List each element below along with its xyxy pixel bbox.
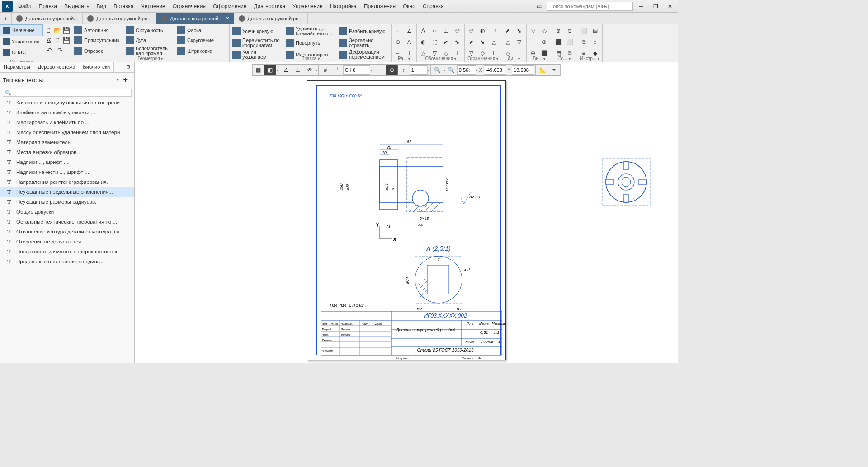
doc-tab-2[interactable]: Деталь с внутренней...✕ bbox=[156, 13, 234, 24]
text-template-item[interactable]: Поверхность зачистить с шероховатостью bbox=[0, 247, 134, 257]
toolbar-icon-2-4[interactable]: ⬊ bbox=[477, 37, 488, 47]
toolbar-icon-0-2[interactable]: ⊙ bbox=[392, 37, 403, 47]
toolbar-icon-1-6[interactable]: ⬈ bbox=[440, 37, 451, 47]
grid-tool-icon[interactable]: # bbox=[320, 65, 331, 75]
cmd-скругление[interactable]: Скругление bbox=[175, 35, 226, 45]
new-tab-button[interactable]: + bbox=[0, 13, 12, 24]
toolbar-icon-6-2[interactable]: ⧉ bbox=[578, 37, 589, 47]
toolbar-icon-6-1[interactable]: ▤ bbox=[590, 25, 600, 36]
eye-tool-icon[interactable]: 👁 bbox=[304, 65, 316, 75]
text-template-item[interactable]: Отслоение не допускается. bbox=[0, 237, 134, 247]
cmd-прямоугольник[interactable]: Прямоугольник bbox=[72, 35, 123, 45]
toolbar-icon-3-1[interactable]: ⬊ bbox=[514, 25, 524, 36]
x-coord-input[interactable] bbox=[484, 65, 506, 75]
zoom-out-icon[interactable]: 🔍 bbox=[432, 65, 443, 75]
toolbar-icon-3-0[interactable]: ⬈ bbox=[502, 25, 513, 36]
open-icon[interactable]: 📂 bbox=[53, 25, 61, 35]
grab-tool-icon[interactable]: ▦ bbox=[253, 65, 264, 75]
menu-диагностика[interactable]: Диагностика bbox=[250, 1, 289, 11]
layout-icon[interactable]: ▭ bbox=[533, 2, 545, 11]
cmd-повернуть[interactable]: Повернуть bbox=[284, 37, 336, 49]
toolbar-icon-1-0[interactable]: A bbox=[418, 25, 429, 36]
text-template-item[interactable]: Места вырезки образцов. bbox=[0, 147, 134, 157]
menu-настройка[interactable]: Настройка bbox=[326, 1, 360, 11]
coord-system-input[interactable] bbox=[343, 65, 370, 75]
perp-tool-icon[interactable]: ⊥ bbox=[292, 65, 304, 75]
mode-черчение[interactable]: Черчение bbox=[0, 24, 43, 36]
mode-управление[interactable]: Управление bbox=[0, 36, 43, 47]
text-template-item[interactable]: Остальные технические требования по .... bbox=[0, 217, 134, 227]
eyedropper-tool-icon[interactable]: ✒ bbox=[548, 65, 560, 75]
text-template-item[interactable]: Клеймить на пломбе упаковки .... bbox=[0, 107, 134, 117]
toolbar-icon-4-0[interactable]: ▽ bbox=[528, 25, 538, 36]
toolbar-icon-5-0[interactable]: ⊕ bbox=[553, 25, 564, 36]
text-template-item[interactable]: Качество и толщину покрытия не контроли bbox=[0, 98, 134, 107]
text-template-item[interactable]: Направления рентгенографирования. bbox=[0, 177, 134, 187]
text-template-item[interactable]: Надписи нанести ..., шрифт .... bbox=[0, 167, 134, 177]
doc-tab-3[interactable]: Деталь с наружной ре... bbox=[234, 13, 308, 24]
menu-оформление[interactable]: Оформление bbox=[209, 1, 250, 11]
cmd-штриховка[interactable]: Штриховка bbox=[175, 45, 226, 57]
side-tab-библиотеки[interactable]: Библиотеки bbox=[79, 62, 114, 72]
library-title[interactable]: Типовые тексты bbox=[3, 77, 43, 84]
doc-tab-0[interactable]: Деталь с внутренней... bbox=[12, 13, 83, 24]
toolbar-icon-3-2[interactable]: △ bbox=[502, 37, 513, 47]
cmd-разбить-кривую[interactable]: Разбить кривую bbox=[337, 25, 390, 37]
text-template-item[interactable]: Отклонение контура детали от контура ша bbox=[0, 227, 134, 237]
y-coord-input[interactable] bbox=[512, 65, 534, 75]
menu-файл[interactable]: Файл bbox=[14, 1, 35, 11]
toolbar-icon-1-5[interactable]: ⬚ bbox=[429, 37, 440, 47]
undo-icon[interactable]: ↶ bbox=[44, 45, 54, 55]
menu-ограничения[interactable]: Ограничения bbox=[169, 1, 209, 11]
toolbar-icon-0-1[interactable]: ∠ bbox=[404, 25, 415, 36]
toolbar-icon-1-1[interactable]: ↔ bbox=[429, 25, 440, 36]
text-template-item[interactable]: Материал-заменитель. bbox=[0, 137, 134, 147]
menu-приложения[interactable]: Приложения bbox=[360, 1, 399, 11]
text-template-item[interactable]: Маркировать и клеймить по .... bbox=[0, 117, 134, 127]
cmd-вспомогатель--ная-прямая[interactable]: Вспомогатель- ная прямая bbox=[124, 45, 175, 57]
new-doc-icon[interactable]: 🗋 bbox=[44, 25, 52, 35]
gear-icon[interactable]: ⚙ bbox=[123, 62, 134, 72]
text-template-item[interactable]: Предельные отклонения координат. bbox=[0, 257, 134, 266]
toolbar-icon-2-0[interactable]: ⦵ bbox=[466, 25, 476, 36]
cmd-окружность[interactable]: Окружность bbox=[124, 25, 175, 35]
text-template-item[interactable]: Общие допуски bbox=[0, 207, 134, 217]
save-icon[interactable]: 💾 bbox=[62, 25, 70, 35]
eraser-tool-icon[interactable]: ◧ bbox=[264, 65, 276, 75]
menu-выделить[interactable]: Выделить bbox=[61, 1, 93, 11]
menu-справка[interactable]: Справка bbox=[419, 1, 448, 11]
text-template-item[interactable]: Неуказанные предельные отклонения... bbox=[0, 187, 134, 197]
menu-вставка[interactable]: Вставка bbox=[110, 1, 137, 11]
side-tab-параметры[interactable]: Параметры bbox=[0, 62, 34, 72]
mode-спдс[interactable]: СПДС bbox=[0, 47, 43, 58]
toolbar-icon-2-5[interactable]: △ bbox=[488, 37, 499, 47]
cmd-зеркально-отразить[interactable]: Зеркально отразить bbox=[337, 37, 390, 49]
zoom-in-icon[interactable]: 🔍 bbox=[445, 65, 457, 75]
angle-tool-icon[interactable]: ∠ bbox=[280, 65, 292, 75]
toolbar-icon-6-3[interactable]: ⌂ bbox=[590, 37, 600, 47]
cmd-дуга[interactable]: Дуга bbox=[124, 35, 175, 45]
preview-icon[interactable]: 🗎 bbox=[53, 35, 61, 45]
cmd-автолиния[interactable]: Автолиния bbox=[72, 25, 123, 35]
toolbar-icon-4-1[interactable]: ◇ bbox=[539, 25, 550, 36]
redo-icon[interactable]: ↷ bbox=[55, 45, 65, 55]
text-template-item[interactable]: Массу обеспечить удалением слоя матери bbox=[0, 127, 134, 137]
menu-правка[interactable]: Правка bbox=[35, 1, 61, 11]
close-icon[interactable]: ✕ bbox=[226, 16, 229, 21]
axis-tool-icon[interactable]: └ bbox=[331, 65, 343, 75]
ortho-tool-icon[interactable]: ⌐ bbox=[374, 65, 386, 75]
menu-черчение[interactable]: Черчение bbox=[137, 1, 169, 11]
toolbar-icon-5-1[interactable]: ⊖ bbox=[564, 25, 575, 36]
toolbar-icon-2-1[interactable]: ◐ bbox=[477, 25, 488, 36]
menu-окно[interactable]: Окно bbox=[399, 1, 419, 11]
snap-tool-icon[interactable]: ⊕ bbox=[386, 65, 398, 75]
zoom-input[interactable] bbox=[457, 65, 476, 75]
toolbar-icon-2-3[interactable]: ⬈ bbox=[466, 37, 476, 47]
toolbar-icon-5-2[interactable]: ⬛ bbox=[553, 37, 564, 47]
menu-управление[interactable]: Управление bbox=[289, 1, 326, 11]
toolbar-icon-6-0[interactable]: ⬜ bbox=[578, 25, 589, 36]
library-dropdown-icon[interactable]: ▼ bbox=[116, 78, 120, 82]
side-tab-дерево чертежа[interactable]: Дерево чертежа bbox=[34, 62, 80, 72]
library-search-input[interactable] bbox=[3, 89, 132, 97]
text-template-item[interactable]: Надписи ..., шрифт .... bbox=[0, 157, 134, 167]
